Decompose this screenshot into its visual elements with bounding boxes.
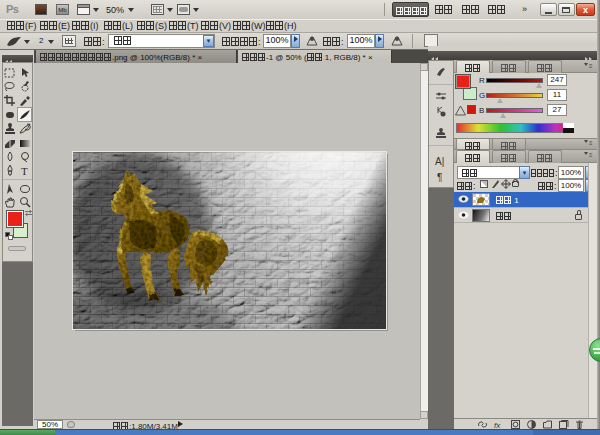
svg-text:¶: ¶ <box>437 172 442 183</box>
svg-text:A|: A| <box>435 156 444 167</box>
svg-text:fx: fx <box>494 421 501 429</box>
svg-text:T: T <box>21 165 28 177</box>
